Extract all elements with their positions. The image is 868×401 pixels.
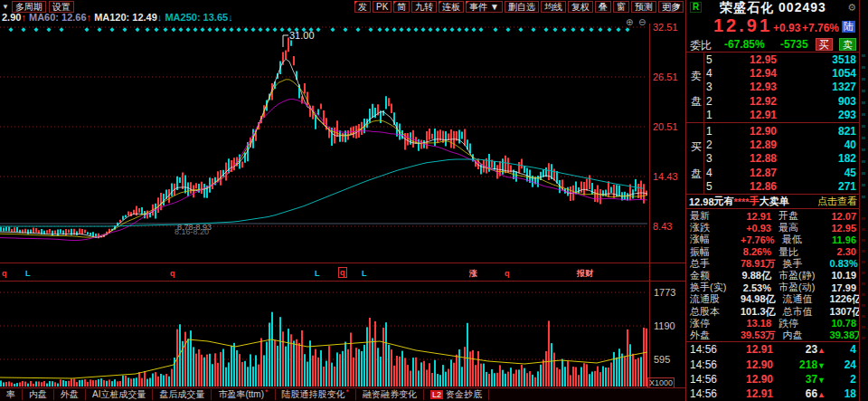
buy-button[interactable]: 买 <box>816 38 833 51</box>
svg-text:8.16-8.20: 8.16-8.20 <box>175 227 209 236</box>
weibi-row: 委比 -67.85% -5735 买 卖 <box>686 37 860 53</box>
big-order-banner: 12.98 元有 **** 手 大卖单 点击查看 <box>686 194 860 209</box>
tick-price: 12.90 <box>728 358 773 371</box>
tick-volume-number: 66 <box>806 387 817 400</box>
tick-count: 18 <box>826 387 856 400</box>
ma-value: MA250: 13.65 <box>165 12 228 23</box>
price: 12.86 <box>719 180 777 193</box>
ask-row[interactable]: 412.941054 <box>686 66 860 80</box>
trading-terminal: ▼ 多周期设置 发PK简九转连板事件 ▼删自选均线复权叠窗预测更多 →|▼ 2.… <box>0 0 868 401</box>
event-marker-L[interactable]: L <box>25 269 31 278</box>
event-marker-q[interactable]: q <box>505 269 510 278</box>
detail-row: 振幅8.26%量比2.30 <box>686 245 860 257</box>
price: 12.90 <box>719 125 777 138</box>
volume: 182 <box>777 152 856 165</box>
bid-row[interactable]: 312.88182 <box>686 152 860 166</box>
bid-row[interactable]: 112.90821 <box>686 124 860 138</box>
toolbar-button[interactable]: 预测 <box>631 1 656 13</box>
indicator-tab-label: 内盘 <box>29 388 47 401</box>
volume: 3518 <box>777 53 856 66</box>
indicator-tab-资金抄底[interactable]: L2资金抄底 <box>424 389 489 400</box>
toolbar-button[interactable]: 事件 ▼ <box>466 1 503 13</box>
detail-row: 涨跌+0.93最高12.95 <box>686 221 860 233</box>
tick-list[interactable]: 14:5612.9123▲414:5612.90218▼2414:5612.90… <box>686 341 860 401</box>
toolbar-button[interactable]: 删自选 <box>505 1 539 13</box>
ask-row[interactable]: 312.931327 <box>686 81 860 94</box>
event-marker-L[interactable]: L <box>315 269 320 278</box>
indicator-tab-AI立桩成交量[interactable]: AI立桩成交量 <box>86 389 153 400</box>
toolbar-button[interactable]: PK <box>373 1 392 13</box>
volume: 821 <box>777 125 856 138</box>
price-axis-label: 20.51 <box>653 121 678 132</box>
kline-chart[interactable]: 31.008.78-8.938.16-8.20 <box>0 24 649 263</box>
detail-row: 最新12.91开盘12.07 <box>686 209 860 221</box>
event-marker-q[interactable]: q <box>338 267 347 278</box>
event-marker-q[interactable]: q <box>170 269 175 278</box>
ask-row[interactable]: 112.91293 <box>686 109 860 122</box>
volume: 45 <box>777 167 856 179</box>
stock-title: 荣盛石化 002493 <box>686 0 860 15</box>
tick-volume-number: 23 <box>806 343 817 356</box>
ask-row[interactable]: 212.92903 <box>686 94 860 108</box>
indicator-tab-盘后成交量[interactable]: 盘后成交量 <box>153 389 212 400</box>
dropdown-icon[interactable]: ▼ <box>674 2 682 11</box>
toolbar-button[interactable]: 九转 <box>411 1 437 13</box>
sell-button[interactable]: 卖 <box>839 38 856 51</box>
bid-row[interactable]: 512.86271 <box>686 180 860 194</box>
bid-row[interactable]: 212.8940 <box>686 138 860 151</box>
indicator-tab-内盘[interactable]: 内盘 <box>23 389 54 400</box>
zoom-in-icon[interactable]: ⊕ <box>626 18 633 27</box>
volume-axis-label: 1190 <box>654 320 675 331</box>
detail-value: 2.30 <box>826 246 856 257</box>
svg-text:31.00: 31.00 <box>289 30 315 41</box>
indicator-tab-融资融券变化[interactable]: 融资融券变化 <box>356 389 424 400</box>
detail-label: 内盘 <box>776 329 830 342</box>
detail-value: 10.78 <box>826 318 856 329</box>
tick-volume-number: 37 <box>806 373 817 386</box>
dropdown-caret-icon[interactable]: ▼ <box>2 3 9 11</box>
ma-value: ↓ <box>228 12 233 23</box>
toolbar-button[interactable]: 叠 <box>595 1 611 13</box>
event-marker-L[interactable]: L <box>362 269 367 278</box>
toolbar-button[interactable]: 发 <box>354 1 371 13</box>
toolbar-button[interactable]: 复权 <box>568 1 593 13</box>
indicator-tab-外盘[interactable]: 外盘 <box>54 389 86 400</box>
indicator-tab-label: 融资融券变化 <box>363 388 417 401</box>
indicator-tab-市盈率(ttm)[interactable]: 市盈率(ttm)* <box>212 389 275 400</box>
next-page-icon[interactable]: →| <box>661 2 671 11</box>
detail-row: 涨幅+7.76%最低11.96 <box>686 233 860 244</box>
detail-row: 流通股94.98亿流通值1226亿 <box>686 292 860 304</box>
tick-volume-number: 218 <box>799 358 817 371</box>
tick-time: 14:56 <box>690 343 728 356</box>
top-toolbar: ▼ 多周期设置 发PK简九转连板事件 ▼删自选均线复权叠窗预测更多 →|▼ <box>0 0 685 13</box>
price: 12.92 <box>719 95 777 108</box>
ma-value: ↑ <box>21 12 29 23</box>
last-price: 12.91 <box>713 15 772 36</box>
event-marker-报财[interactable]: 报财 <box>577 269 593 278</box>
volume-axis-label: 1773 <box>654 287 675 298</box>
level: 4 <box>706 167 719 179</box>
level: 4 <box>706 67 719 80</box>
bid-row[interactable]: 412.8745 <box>686 166 860 179</box>
volume: 271 <box>777 180 856 193</box>
zoom-out-icon[interactable]: ⊖ <box>638 18 646 27</box>
ask-row[interactable]: 512.953518 <box>686 53 860 66</box>
indicator-tab-陆股通持股变化[interactable]: 陆股通持股变化* <box>276 389 357 400</box>
tab-star: * <box>346 387 350 396</box>
toolbar-button[interactable]: 连板 <box>439 1 464 13</box>
tick-volume: 23▲ <box>773 343 826 356</box>
order-book: 卖 盘 512.953518412.941054312.931327212.92… <box>686 53 860 194</box>
toolbar-button[interactable]: 简 <box>393 1 410 13</box>
event-marker-q[interactable]: q <box>2 269 7 278</box>
banner-link[interactable]: 点击查看 <box>817 195 857 208</box>
volume: 903 <box>777 95 856 108</box>
toolbar-button[interactable]: 窗 <box>613 1 629 13</box>
book-mid-divider <box>686 122 860 123</box>
toolbar-button[interactable]: 均线 <box>541 1 566 13</box>
price-axis-label: 8.43 <box>653 221 672 232</box>
event-marker-涨[interactable]: 涨 <box>469 269 477 278</box>
volume-chart[interactable] <box>0 282 649 387</box>
detail-row: 涨停13.18跌停10.78 <box>686 317 860 329</box>
indicator-tab-率[interactable]: 率 <box>0 389 23 400</box>
gear-icon[interactable]: ⚙ <box>847 2 856 14</box>
